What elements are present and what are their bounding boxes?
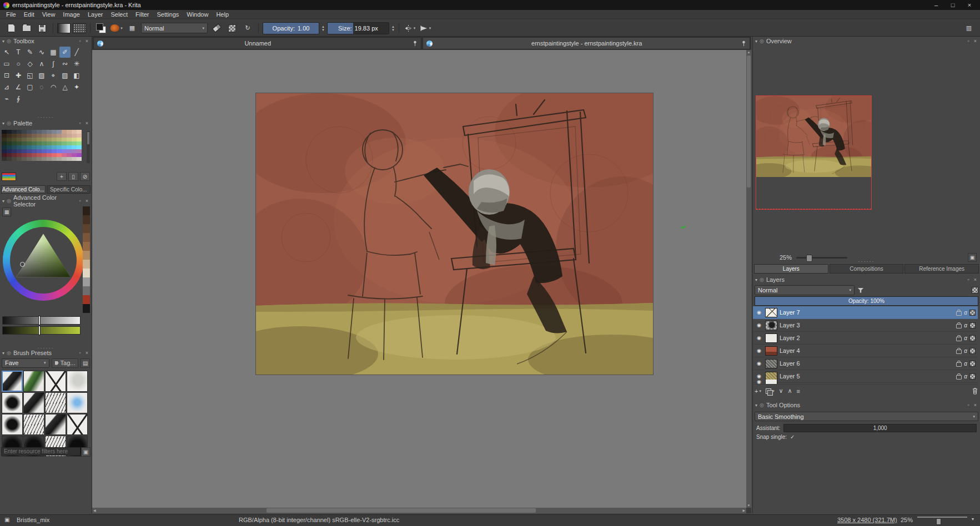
palette-swatch[interactable] [47,153,52,157]
palette-swatch[interactable] [72,157,77,161]
layer-visibility-icon[interactable]: ◉ [755,335,763,341]
canvas-tab[interactable]: Unnamed [93,37,421,49]
color-triangle[interactable] [13,231,73,289]
layer-lock-icon[interactable] [956,311,962,316]
dock-splitter-handle[interactable]: ······ [753,260,980,263]
palette-swatch[interactable] [57,149,62,153]
mirror-horizontal-button[interactable]: ▾ [403,22,416,34]
add-layer-button[interactable]: +▾ [755,388,761,394]
palette-swatch[interactable] [62,157,67,161]
layer-row-partial[interactable]: ◉ [753,380,978,385]
history-color-swatch[interactable] [83,224,90,233]
palette-swatch[interactable] [2,130,7,134]
palette-swatch[interactable] [62,138,67,141]
save-button[interactable] [36,22,49,34]
tool-line[interactable]: ╱ [71,47,82,58]
palette-swatch[interactable] [77,153,82,157]
collapse-arrow-icon[interactable]: ▾ [2,39,4,44]
palette-swatch[interactable] [27,153,32,157]
palette-swatch[interactable] [67,134,72,138]
palette-swatch[interactable] [42,149,47,153]
close-button[interactable]: × [961,0,978,10]
collapse-arrow-icon[interactable]: ▾ [2,121,4,126]
close-dock-icon[interactable]: × [84,198,89,204]
layer-inherit-alpha-icon[interactable] [969,348,976,354]
palette-swatch[interactable] [72,153,77,157]
move-layer-down-button[interactable]: ∨ [778,387,783,394]
brush-preset-thumbnail[interactable] [67,371,88,392]
collapse-arrow-icon[interactable]: ▾ [755,39,757,44]
menu-item[interactable]: Image [59,11,84,18]
hue-shade-gradient-bar[interactable] [2,326,81,335]
collapse-arrow-icon[interactable]: ▾ [2,199,4,204]
palette-swatch[interactable] [7,157,12,161]
overview-zoom-slider[interactable] [796,257,847,259]
workspace-chooser-button[interactable]: ▦ [125,22,139,34]
size-spinner[interactable]: ▲▼ [391,25,395,32]
palette-swatch[interactable] [52,149,57,153]
palette-swatch[interactable] [37,157,42,161]
palette-swatch[interactable] [32,149,37,153]
palette-swatch[interactable] [47,138,52,141]
tool-rectangle[interactable]: ▭ [1,58,12,69]
layer-filter-button[interactable] [857,287,864,293]
scroll-down-icon[interactable]: ▼ [747,503,751,508]
show-canvas-only-button[interactable]: ▥ [962,22,976,34]
palette-swatch[interactable] [7,145,12,149]
layer-alpha-lock-icon[interactable]: α [964,310,967,316]
current-brush-name[interactable]: Bristles_mix [17,517,49,523]
layer-alpha-lock-icon[interactable]: α [964,322,967,328]
tool-transform[interactable]: ◱ [24,70,36,81]
layer-visibility-icon[interactable]: ◉ [755,348,763,353]
brush-preset-thumbnail[interactable] [23,392,44,413]
history-color-swatch[interactable] [83,277,90,286]
palette-swatch[interactable] [27,157,32,161]
menu-item[interactable]: View [38,11,59,18]
preserve-alpha-button[interactable] [225,22,239,34]
value-gradient-bar[interactable] [2,316,81,325]
layer-row[interactable]: ◉ Layer 4 α [753,345,978,357]
palette-swatch[interactable] [37,130,42,134]
brush-preset-thumbnail[interactable] [45,414,66,435]
palette-swatch[interactable] [52,157,57,161]
palette-swatch[interactable] [77,134,82,138]
layer-lock-icon[interactable] [956,337,962,341]
palette-swatch[interactable] [12,138,17,141]
swatch-file-button[interactable]: ▯ [68,172,78,181]
tool-polygon[interactable]: ◇ [24,58,36,69]
move-layer-up-button[interactable]: ∧ [788,387,792,394]
opacity-slider[interactable]: Opacity:1.00 [263,22,319,34]
zoom-options-button[interactable]: ▾ [972,517,974,522]
palette-swatch[interactable] [77,141,82,145]
palette-swatch[interactable] [32,145,37,149]
canvas-viewport[interactable] [92,50,746,508]
palette-swatch[interactable] [57,141,62,145]
tool-rect-select[interactable]: ▢ [24,82,36,93]
palette-swatch[interactable] [42,130,47,134]
brush-preset-thumbnail[interactable] [67,414,88,435]
palette-swatch[interactable] [2,134,7,138]
float-dock-icon[interactable]: ▫ [967,38,971,44]
palette-swatch[interactable] [32,130,37,134]
palette-swatch[interactable] [72,145,77,149]
brush-preset-thumbnail[interactable] [45,392,66,413]
brush-preset-thumbnail[interactable] [67,392,88,413]
import-resource-button[interactable]: ▣ [81,447,91,457]
collapse-arrow-icon[interactable]: ▾ [2,351,4,356]
collapse-arrow-icon[interactable]: ▾ [755,277,757,282]
layer-alpha-lock-icon[interactable]: α [964,348,967,354]
tag-button[interactable]: Tag... [52,358,79,368]
palette-swatch[interactable] [32,157,37,161]
gradient-chooser-button[interactable] [57,22,71,34]
layer-lock-icon[interactable] [956,324,962,328]
palette-swatch[interactable] [17,141,22,145]
palette-swatch[interactable] [32,141,37,145]
tool-fill[interactable]: ◧ [71,70,82,81]
history-color-swatch[interactable] [83,304,90,313]
palette-swatch[interactable] [2,157,7,161]
menu-item[interactable]: Layer [84,11,107,18]
menu-item[interactable]: Filter [132,11,153,18]
palette-swatch[interactable] [47,157,52,161]
palette-swatch[interactable] [62,145,67,149]
palette-swatch[interactable] [57,153,62,157]
